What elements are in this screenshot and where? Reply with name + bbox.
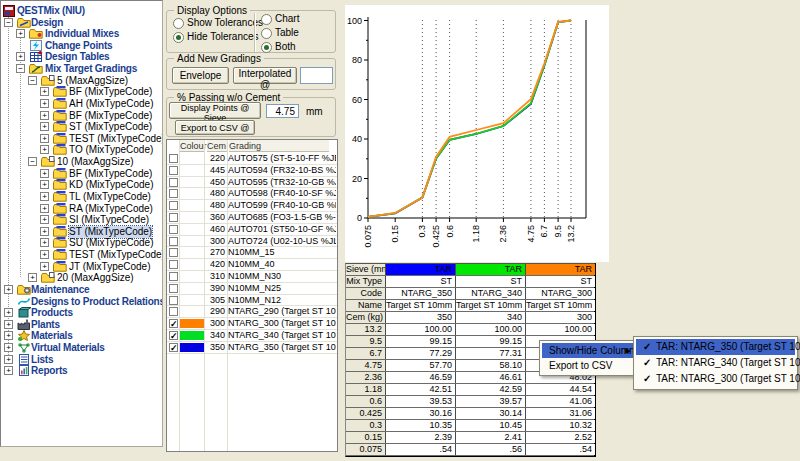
row-checkbox[interactable] [169,307,178,316]
row-checkbox[interactable] [169,154,178,163]
tree-item-si-mixtypecode[interactable]: +SI (MixTypeCode) [1,214,163,226]
expand-toggle-icon[interactable]: + [4,355,13,364]
expand-toggle-icon[interactable]: + [4,285,13,294]
expand-toggle-icon[interactable]: − [28,76,37,85]
row-checkbox[interactable] [169,178,178,187]
row-checkbox[interactable] [169,284,178,293]
grading-row-auto701-st50-10-gf-je-je[interactable]: 460 AUTO701 (ST50-10-GF %JE-Jes [167,224,337,236]
row-checkbox[interactable] [169,213,178,222]
expand-toggle-icon[interactable]: + [40,134,49,143]
both-radio[interactable]: Both [261,41,296,53]
row-checkbox[interactable]: ✓ [169,343,178,352]
envelope-button[interactable]: Envelope [172,67,229,84]
tree-item-kd-mixtypecode[interactable]: +KD (MixTypeCode) [1,179,163,191]
grading-row-n10mm-n12[interactable]: 305 N10MM_N12 [167,295,337,307]
table-radio[interactable]: Table [261,27,299,39]
expand-toggle-icon[interactable]: + [40,145,49,154]
expand-toggle-icon[interactable]: − [4,18,13,27]
tree-item-20-maxaggsize[interactable]: +20 (MaxAggSize) [1,272,163,284]
grading-row-auto598-fr40-10-sf-je-je[interactable]: 480 AUTO598 (FR40-10-SF %JE-Jes [167,188,337,200]
expand-toggle-icon[interactable]: + [40,180,49,189]
expand-toggle-icon[interactable]: + [40,122,49,131]
grading-list[interactable]: Colour Cem Grading 220 AUTO575 (ST-5-10-… [166,139,338,452]
grading-row-auto575-st-5-10-ff-je-je[interactable]: 220 AUTO575 (ST-5-10-FF %JE-Jes [167,153,337,165]
tree-item-reports[interactable]: +Reports [1,365,163,377]
tree-item-su-mixtypecode[interactable]: +SU (MixTypeCode) [1,237,163,249]
tree-item-virtual-materials[interactable]: +Virtual Materials [1,342,163,354]
menu-item-show-hide-columns[interactable]: Show/Hide Columns▶ [542,343,633,358]
grading-row-n10mm-n25[interactable]: 390 N10MM_N25 [167,283,337,295]
submenu-item-tar-ntarg-340-target-st-10mm[interactable]: ✓TAR: NTARG_340 (Target ST 10mm) [636,355,795,371]
show-tolerances-radio[interactable]: Show Tolerances [173,17,263,29]
row-checkbox[interactable] [169,201,178,210]
submenu-item-tar-ntarg-350-target-st-10mm[interactable]: ✓TAR: NTARG_350 (Target ST 10mm) [636,339,795,355]
grading-row-ntarg-340-target-st-10mm[interactable]: ✓ 340 NTARG_340 (Target ST 10mm) [167,330,337,342]
grading-row-auto594-fr32-10-bs-je-je[interactable]: 445 AUTO594 (FR32-10-BS %JE-Jes [167,165,337,177]
tree-item-to-mixtypecode[interactable]: +TO (MixTypeCode) [1,144,163,156]
row-checkbox[interactable] [169,189,178,198]
tree-item-design-tables[interactable]: +●Design Tables [1,51,163,63]
expand-toggle-icon[interactable]: + [40,99,49,108]
grading-row-n10mm-40[interactable]: 420 N10MM_40 [167,259,337,271]
expand-toggle-icon[interactable]: + [40,111,49,120]
interpolated-button[interactable]: Interpolated @ [233,67,297,84]
tree-item-products[interactable]: +Products [1,307,163,319]
expand-toggle-icon[interactable]: + [40,169,49,178]
tree-item-10-maxaggsize[interactable]: −10 (MaxAggSize) [1,156,163,168]
expand-toggle-icon[interactable]: + [4,308,13,317]
expand-toggle-icon[interactable]: + [4,343,13,352]
expand-toggle-icon[interactable]: + [40,227,49,236]
row-checkbox[interactable] [169,248,178,257]
grading-row-ntarg-350-target-st-10mm[interactable]: ✓ 350 NTARG_350 (Target ST 10mm) [167,342,337,354]
tree-item-qestmix-niu[interactable]: QESTMix (NIU) [1,5,163,17]
row-checkbox[interactable] [169,296,178,305]
tree-item-st-mixtypecode[interactable]: +ST (MixTypeCode) [1,121,163,133]
expand-toggle-icon[interactable]: + [40,192,49,201]
row-checkbox[interactable] [169,272,178,281]
grading-row-ntarg-290-target-st-10mm[interactable]: 290 NTARG_290 (Target ST 10mm) [167,306,337,318]
sieve-size-input[interactable] [266,104,299,118]
expand-toggle-icon[interactable]: + [40,262,49,271]
expand-toggle-icon[interactable]: + [4,366,13,375]
tree-item-mix-target-gradings[interactable]: −Mix Target Gradings [1,63,163,75]
export-csv-at-button[interactable]: Export to CSV @ [175,120,255,135]
hide-tolerances-radio[interactable]: Hide Tolerances [173,31,259,43]
grading-row-ntarg-300-target-st-10mm[interactable]: ✓ 300 NTARG_300 (Target ST 10mm) [167,318,337,330]
grading-row-auto724-u02-10-us-jl-jes[interactable]: 300 AUTO724 (U02-10-US %JL-Jes [167,236,337,248]
tree-item-bf-mixtypecode[interactable]: +BF (MixTypeCode) [1,86,163,98]
interpolated-value-input[interactable] [300,67,333,84]
expand-toggle-icon[interactable]: − [28,157,37,166]
expand-toggle-icon[interactable]: + [4,331,13,340]
display-points-button[interactable]: Display Points @ Sieve [169,102,261,119]
tree-item-tl-mixtypecode[interactable]: +TL (MixTypeCode) [1,191,163,203]
tree-item-ah-mixtypecode[interactable]: +AH (MixTypeCode) [1,98,163,110]
chart-radio[interactable]: Chart [261,13,299,25]
tree-item-maintenance[interactable]: +Maintenance [1,284,163,296]
expand-toggle-icon[interactable]: + [40,250,49,259]
row-checkbox[interactable]: ✓ [169,319,178,328]
submenu-item-tar-ntarg-300-target-st-10mm[interactable]: ✓TAR: NTARG_300 (Target ST 10mm) [636,371,795,387]
row-checkbox[interactable] [169,166,178,175]
grading-row-n10mm-n30[interactable]: 310 N10MM_N30 [167,271,337,283]
grading-row-auto599-fr40-10-gb-le-je[interactable]: 480 AUTO599 (FR40-10-GB %LE-Jes [167,200,337,212]
expand-toggle-icon[interactable]: − [16,64,25,73]
expand-toggle-icon[interactable]: + [16,52,25,61]
grading-row-n10mm-15[interactable]: 270 N10MM_15 [167,247,337,259]
row-checkbox[interactable] [169,225,178,234]
grading-row-auto685-fo3-1-5-gb-f-jes[interactable]: 360 AUTO685 (FO3-1.5-GB %-F-Jes [167,212,337,224]
expand-toggle-icon[interactable]: + [40,204,49,213]
expand-toggle-icon[interactable]: + [28,273,37,282]
row-checkbox[interactable]: ✓ [169,331,178,340]
grading-row-auto595-tr32-10-gb-jl-je[interactable]: 450 AUTO595 (TR32-10-GB %JL-Jes [167,177,337,189]
tree-item-materials[interactable]: +Materials [1,330,163,342]
expand-toggle-icon[interactable]: + [16,29,25,38]
row-checkbox[interactable] [169,260,178,269]
row-checkbox[interactable] [169,237,178,246]
menu-item-export-to-csv[interactable]: Export to CSV [542,358,633,373]
tree-item-individual-mixes[interactable]: +Individual Mixes [1,28,163,40]
expand-toggle-icon[interactable]: + [40,238,49,247]
expand-toggle-icon[interactable]: + [40,87,49,96]
expand-toggle-icon[interactable]: + [40,215,49,224]
tree-item-test-mixtypecode[interactable]: +TEST (MixTypeCode) [1,249,163,261]
navigation-tree[interactable]: QESTMix (NIU)−Design+Individual MixesCha… [0,0,163,447]
